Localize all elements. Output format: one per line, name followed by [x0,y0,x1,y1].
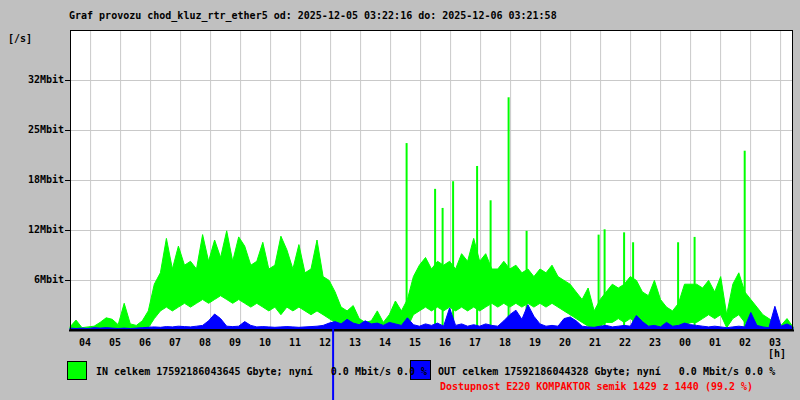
x-tick-label: 08 [193,337,217,349]
legend-in-label: IN celkem 17592186043645 Gbyte; nyní 0.0… [96,366,427,378]
x-tick-label: 12 [313,337,337,349]
legend-in-swatch [67,361,87,380]
x-tick-label: 02 [733,337,757,349]
x-tick-label: 05 [103,337,127,349]
x-tick-label: 01 [703,337,727,349]
y-tick-label: 25Mbit [6,124,64,136]
x-tick-label: 11 [283,337,307,349]
x-tick-label: 19 [523,337,547,349]
x-tick-label: 20 [553,337,577,349]
y-axis-unit-label: [/s] [8,33,32,45]
x-axis-unit-label: [h] [760,348,794,360]
x-tick-label: 21 [583,337,607,349]
x-tick-label: 14 [373,337,397,349]
graph-title: Graf provozu chod_kluz_rtr_ether5 od: 20… [69,10,557,22]
y-tick-label: 32Mbit [6,74,64,86]
x-tick-label: 06 [133,337,157,349]
x-tick-label: 16 [433,337,457,349]
x-tick-label: 17 [463,337,487,349]
x-tick-label: 15 [403,337,427,349]
x-tick-label: 09 [223,337,247,349]
x-tick-label: 22 [613,337,637,349]
x-tick-label: 00 [673,337,697,349]
y-tick-label: 12Mbit [6,224,64,236]
x-tick-label: 23 [643,337,667,349]
availability-text: Dostupnost E220 KOMPAKTOR semik 1429 z 1… [440,381,753,393]
y-tick-label: 6Mbit [6,274,64,286]
x-tick-label: 10 [253,337,277,349]
x-tick-label: 13 [343,337,367,349]
x-tick-label: 18 [493,337,517,349]
mrtg-traffic-graph: Graf provozu chod_kluz_rtr_ether5 od: 20… [0,0,800,400]
x-tick-label: 07 [163,337,187,349]
legend-out-label: OUT celkem 17592186044328 Gbyte; nyní 0.… [438,366,775,378]
y-tick-label: 18Mbit [6,174,64,186]
x-tick-label: 03 [763,337,787,349]
x-tick-label: 04 [73,337,97,349]
